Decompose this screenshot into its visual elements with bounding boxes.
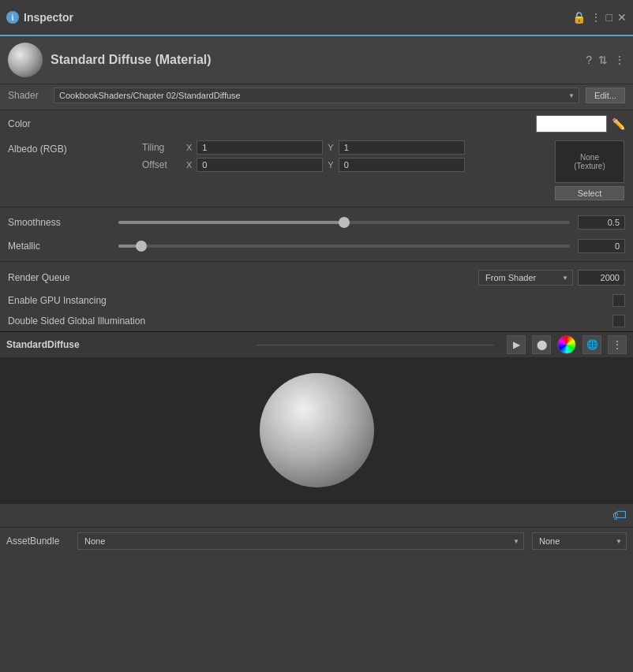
close-icon[interactable]: ✕ [617, 11, 627, 24]
asset-bundle-select-2[interactable]: None [532, 532, 627, 550]
offset-label: Offset [142, 159, 182, 170]
metallic-slider-track[interactable] [118, 245, 570, 248]
albedo-texture-right: None (Texture) Select [554, 140, 625, 200]
double-sided-row: Double Sided Global Illumination [0, 311, 633, 331]
render-queue-label: Render Queue [8, 272, 118, 283]
bottom-bar: 🏷 [0, 503, 633, 527]
smoothness-thumb [339, 217, 350, 228]
tiling-x-label: X [186, 143, 192, 152]
offset-x-label: X [186, 160, 192, 170]
tiling-area: Tiling X Y Offset X Y [118, 140, 554, 172]
render-queue-select[interactable]: From Shader [478, 270, 573, 286]
albedo-content: Tiling X Y Offset X Y [118, 140, 554, 175]
preview-canvas [0, 357, 633, 503]
tag-icon[interactable]: 🏷 [612, 507, 627, 524]
tiling-y-label: Y [328, 143, 333, 152]
gpu-instancing-label: Enable GPU Instancing [8, 295, 107, 306]
render-queue-dropdown-wrap: From Shader [478, 270, 573, 286]
more-icon[interactable]: ⋮ [590, 11, 601, 24]
offset-y-input[interactable] [339, 158, 465, 172]
preview-header: StandardDiffuse ▶ ⬤ 🌐 ⋮ [0, 332, 633, 357]
preview-material-sphere [260, 373, 374, 487]
color-label: Color [8, 118, 118, 129]
gpu-instancing-row: Enable GPU Instancing [0, 290, 633, 311]
shader-dropdown-wrap: CookbookShaders/Chapter 02/StandardDiffu… [54, 88, 579, 103]
gpu-instancing-checkbox[interactable] [612, 294, 625, 307]
tiling-label: Tiling [142, 142, 182, 153]
render-queue-right: From Shader [478, 270, 625, 286]
material-header-icons: ? ⇅ ⋮ [586, 54, 625, 66]
texture-type-label: (Texture) [574, 162, 605, 170]
preview-more-button[interactable]: ⋮ [608, 335, 627, 354]
tiling-x-input[interactable] [197, 140, 323, 155]
preview-title: StandardDiffuse [6, 339, 244, 350]
smoothness-value-input[interactable] [578, 215, 625, 230]
separator-2 [0, 261, 633, 262]
metallic-row: Metallic [0, 234, 633, 258]
window-controls: 🔒 ⋮ □ ✕ [572, 11, 627, 24]
asset-bundle-row: AssetBundle None None [0, 527, 633, 554]
preview-panel: StandardDiffuse ▶ ⬤ 🌐 ⋮ [0, 331, 633, 503]
separator-1 [0, 207, 633, 207]
title-bar-left: i Inspector [6, 11, 73, 24]
asset-bundle-dropdown-wrap-2: None [532, 532, 627, 550]
offset-x-input[interactable] [197, 158, 323, 172]
asset-bundle-dropdown-wrap-1: None [77, 532, 524, 550]
render-queue-value-input[interactable] [578, 270, 625, 286]
metallic-thumb [136, 241, 147, 252]
edit-shader-button[interactable]: Edit... [586, 88, 625, 103]
lock-icon[interactable]: 🔒 [572, 11, 586, 24]
preview-play-button[interactable]: ▶ [507, 335, 526, 354]
smoothness-fill [118, 221, 344, 224]
smoothness-label: Smoothness [8, 217, 118, 228]
double-sided-checkbox[interactable] [612, 315, 625, 327]
texture-none-label: None [580, 153, 599, 162]
albedo-label: Albedo (RGB) [8, 140, 118, 155]
texture-preview[interactable]: None (Texture) [555, 140, 624, 183]
tiling-y-input[interactable] [339, 140, 465, 155]
preview-sphere-button[interactable]: ⬤ [532, 335, 551, 354]
shader-row: Shader CookbookShaders/Chapter 02/Standa… [0, 84, 633, 110]
preview-lighting-button[interactable]: 🌐 [582, 335, 601, 354]
material-header: Standard Diffuse (Material) ? ⇅ ⋮ [0, 36, 633, 84]
tiling-row: Tiling X Y [142, 140, 546, 155]
settings-icon[interactable]: ⇅ [598, 54, 608, 66]
shader-select[interactable]: CookbookShaders/Chapter 02/StandardDiffu… [54, 88, 579, 103]
maximize-icon[interactable]: □ [606, 11, 612, 24]
title-bar: i Inspector 🔒 ⋮ □ ✕ [0, 0, 633, 36]
material-preview-sphere [8, 43, 43, 77]
color-swatch[interactable] [536, 115, 607, 133]
offset-row: Offset X Y [142, 158, 546, 172]
albedo-row: Albedo (RGB) Tiling X Y Offset X Y [0, 137, 633, 203]
smoothness-slider-track[interactable] [118, 221, 570, 224]
help-icon[interactable]: ? [586, 54, 592, 66]
double-sided-label: Double Sided Global Illumination [8, 315, 145, 327]
smoothness-row: Smoothness [0, 211, 633, 234]
material-name: Standard Diffuse (Material) [51, 53, 578, 67]
info-icon: i [6, 11, 19, 24]
asset-bundle-label: AssetBundle [6, 536, 69, 547]
render-queue-row: Render Queue From Shader [0, 265, 633, 290]
metallic-value-input[interactable] [578, 239, 625, 253]
shader-label: Shader [8, 90, 47, 101]
window-title: Inspector [24, 11, 73, 24]
properties-panel: Color ✏️ Albedo (RGB) Tiling X Y Offset [0, 110, 633, 331]
offset-y-label: Y [328, 160, 333, 170]
asset-bundle-select-1[interactable]: None [77, 532, 524, 550]
color-row: Color ✏️ [0, 110, 633, 137]
menu-icon[interactable]: ⋮ [614, 54, 625, 66]
metallic-label: Metallic [8, 241, 118, 252]
color-right: ✏️ [118, 115, 625, 133]
eyedropper-icon[interactable]: ✏️ [612, 118, 625, 130]
preview-color-button[interactable] [557, 335, 576, 354]
select-texture-button[interactable]: Select [555, 186, 624, 200]
